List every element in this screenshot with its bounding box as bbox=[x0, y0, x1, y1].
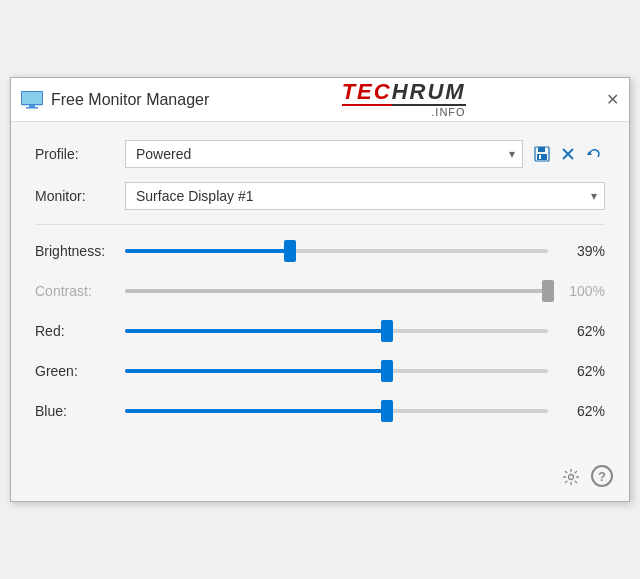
green-slider-container[interactable] bbox=[125, 361, 548, 381]
blue-fill bbox=[125, 409, 387, 413]
green-thumb[interactable] bbox=[381, 360, 393, 382]
blue-row: Blue: 62% bbox=[35, 401, 605, 421]
red-track bbox=[125, 329, 548, 333]
delete-profile-button[interactable] bbox=[557, 143, 579, 165]
logo-area: TECHRUM .INFO bbox=[342, 81, 466, 118]
svg-rect-7 bbox=[539, 155, 541, 159]
green-track bbox=[125, 369, 548, 373]
blue-slider-container[interactable] bbox=[125, 401, 548, 421]
green-label: Green: bbox=[35, 363, 125, 379]
title-left: Free Monitor Manager bbox=[21, 91, 209, 109]
logo-info: .INFO bbox=[431, 106, 465, 118]
monitor-row: Monitor: Surface Display #1 ▾ bbox=[35, 182, 605, 210]
green-fill bbox=[125, 369, 387, 373]
contrast-track bbox=[125, 289, 548, 293]
profile-label: Profile: bbox=[35, 146, 125, 162]
svg-rect-2 bbox=[29, 105, 35, 107]
red-value: 62% bbox=[560, 323, 605, 339]
close-button[interactable]: ✕ bbox=[606, 90, 619, 109]
help-button[interactable]: ? bbox=[591, 465, 613, 487]
divider bbox=[35, 224, 605, 225]
footer: ? bbox=[11, 457, 629, 501]
svg-rect-6 bbox=[537, 154, 547, 160]
blue-track bbox=[125, 409, 548, 413]
profile-dropdown[interactable]: Powered Night Mode Movie Custom bbox=[125, 140, 523, 168]
monitor-label: Monitor: bbox=[35, 188, 125, 204]
contrast-fill bbox=[125, 289, 548, 293]
contrast-row: Contrast: 100% bbox=[35, 281, 605, 301]
red-row: Red: 62% bbox=[35, 321, 605, 341]
svg-point-11 bbox=[569, 475, 574, 480]
brightness-track bbox=[125, 249, 548, 253]
app-window: Free Monitor Manager TECHRUM .INFO ✕ Pro… bbox=[10, 77, 630, 502]
red-label: Red: bbox=[35, 323, 125, 339]
monitor-dropdown[interactable]: Surface Display #1 bbox=[125, 182, 605, 210]
red-fill bbox=[125, 329, 387, 333]
contrast-slider-container[interactable] bbox=[125, 281, 548, 301]
svg-rect-5 bbox=[538, 147, 545, 152]
title-bar: Free Monitor Manager TECHRUM .INFO ✕ bbox=[11, 78, 629, 122]
profile-dropdown-wrapper: Powered Night Mode Movie Custom ▾ bbox=[125, 140, 523, 168]
monitor-dropdown-wrapper: Surface Display #1 ▾ bbox=[125, 182, 605, 210]
red-slider-container[interactable] bbox=[125, 321, 548, 341]
blue-thumb[interactable] bbox=[381, 400, 393, 422]
settings-button[interactable] bbox=[559, 465, 583, 489]
save-profile-button[interactable] bbox=[531, 143, 553, 165]
contrast-thumb[interactable] bbox=[542, 280, 554, 302]
blue-label: Blue: bbox=[35, 403, 125, 419]
content-area: Profile: Powered Night Mode Movie Custom… bbox=[11, 122, 629, 457]
profile-toolbar bbox=[531, 143, 605, 165]
svg-rect-1 bbox=[22, 92, 42, 104]
green-row: Green: 62% bbox=[35, 361, 605, 381]
brightness-thumb[interactable] bbox=[284, 240, 296, 262]
brightness-slider-container[interactable] bbox=[125, 241, 548, 261]
brightness-label: Brightness: bbox=[35, 243, 125, 259]
brightness-fill bbox=[125, 249, 290, 253]
svg-rect-3 bbox=[26, 107, 38, 109]
app-icon bbox=[21, 91, 43, 109]
brightness-value: 39% bbox=[560, 243, 605, 259]
app-title: Free Monitor Manager bbox=[51, 91, 209, 109]
contrast-value: 100% bbox=[560, 283, 605, 299]
contrast-label: Contrast: bbox=[35, 283, 125, 299]
logo-text: TECHRUM bbox=[342, 81, 466, 103]
brightness-row: Brightness: 39% bbox=[35, 241, 605, 261]
blue-value: 62% bbox=[560, 403, 605, 419]
red-thumb[interactable] bbox=[381, 320, 393, 342]
undo-profile-button[interactable] bbox=[583, 143, 605, 165]
profile-row: Profile: Powered Night Mode Movie Custom… bbox=[35, 140, 605, 168]
green-value: 62% bbox=[560, 363, 605, 379]
help-icon: ? bbox=[598, 469, 606, 484]
